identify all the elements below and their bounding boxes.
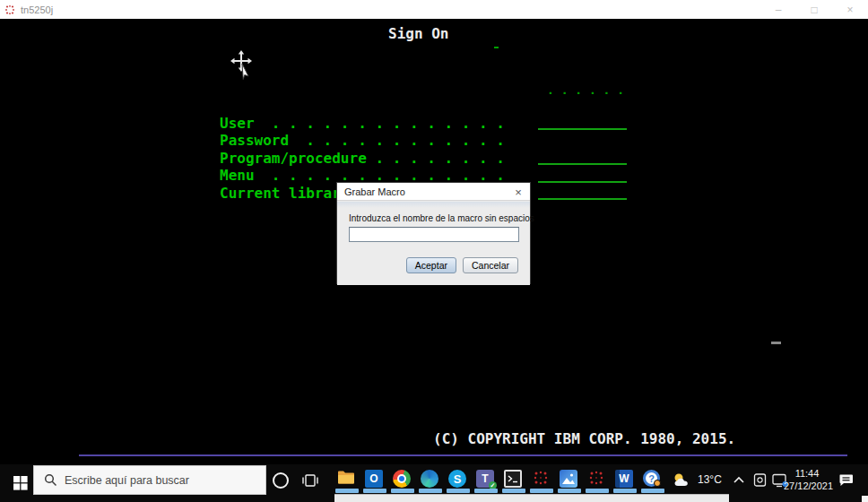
running-indicator [502,489,525,493]
close-button[interactable]: × [832,0,868,19]
help-notification-badge [654,480,661,487]
field-label-program: Program/procedure . . . . . . . . [220,151,505,166]
maximize-button[interactable]: □ [796,0,832,19]
running-indicator [613,489,637,493]
field-label-password: Password . . . . . . . . . . . . [220,134,505,148]
taskbar-app-word[interactable]: W [615,470,635,489]
action-center-icon[interactable] [838,472,855,489]
taskbar-app-terminal[interactable] [504,470,524,489]
running-indicator [586,489,609,493]
macro-name-input[interactable] [349,227,519,242]
running-indicator [335,489,359,493]
clock-date: 27/12/2021 [784,480,830,492]
taskbar-app-outlook[interactable]: O [365,470,385,489]
file-explorer-icon [337,470,355,485]
running-indicator [363,489,386,493]
signon-title: Sign On [388,27,448,41]
tray-chevron-up-icon[interactable] [733,475,745,484]
window-titlebar: tn5250j – □ × [0,0,868,19]
outlook-icon: O [365,470,383,488]
minimize-button[interactable]: – [760,0,796,19]
weather-cloud-icon [671,472,694,487]
windows-logo-icon [13,476,28,490]
photos-icon [560,470,577,488]
word-icon: W [615,470,633,488]
taskbar-app-skype[interactable]: S [448,470,468,489]
search-placeholder: Escribe aquí para buscar [65,474,189,487]
taskbar-app-edge[interactable] [421,470,440,489]
dialog-titlebar[interactable]: Grabar Macro × [337,183,530,201]
taskbar-app-teams[interactable]: T ✓ [476,470,496,489]
screen: tn5250j – □ × Sign On . . . . . . User .… [0,0,868,502]
dialog-close-icon[interactable]: × [510,183,526,201]
dialog-message: Introduzca el nombre de la macro sin esp… [349,213,534,223]
corner-sliver [862,496,868,502]
grabar-macro-dialog: Grabar Macro × Introduzca el nombre de l… [336,182,531,284]
help-icon: ? [643,470,660,487]
copyright-line: (C) COPYRIGHT IBM CORP. 1980, 2015. [433,432,735,446]
input-field-menu[interactable] [538,181,627,183]
background-window-sliver [334,494,729,502]
aceptar-button[interactable]: Aceptar [406,257,456,273]
tn5250j-icon [587,470,605,488]
start-button[interactable] [7,468,34,498]
tn5250j-app-icon [4,4,15,15]
task-view-icon[interactable] [300,471,320,490]
running-indicator [474,489,498,493]
field-label-menu: Menu . . . . . . . . . . . . . . [220,169,505,183]
cancelar-button[interactable]: Cancelar [463,257,518,273]
input-field-library[interactable] [538,198,627,200]
input-field-program[interactable] [538,163,627,165]
taskbar-app-tn5250j-2[interactable] [587,470,607,489]
clock-time: 11:44 [784,467,830,480]
taskbar-search-input[interactable]: Escribe aquí para buscar [33,465,266,495]
running-indicator [530,489,553,493]
terminal-artifact-dash [494,47,499,48]
terminal-dots-row: . . . . . . [547,83,624,98]
weather-temp: 13°C [698,473,722,486]
taskbar-app-get-help[interactable]: ? [643,470,663,489]
cortana-icon[interactable] [273,472,289,489]
edge-icon [421,470,438,488]
status-separator-line [79,454,847,456]
search-icon [44,473,57,487]
input-field-user[interactable] [538,128,627,130]
window-title: tn5250j [21,4,53,15]
dialog-body: Introduzca el nombre de la macro sin esp… [337,202,530,285]
taskbar-clock[interactable]: 11:44 27/12/2021 [784,467,830,492]
dialog-title: Grabar Macro [344,186,405,197]
field-label-user: User . . . . . . . . . . . . . . [220,117,505,131]
tn5250j-icon [532,470,550,488]
taskbar-app-chrome[interactable] [393,470,412,489]
taskbar-app-file-explorer[interactable] [337,470,357,489]
teams-icon: T ✓ [476,470,494,488]
running-indicator [447,489,470,493]
chrome-icon [393,470,411,488]
running-indicator [641,489,664,493]
move-cursor [230,50,255,81]
weather-widget[interactable]: 13°C [671,472,722,487]
skype-icon: S [448,470,466,488]
taskbar-app-tn5250j[interactable] [532,470,551,489]
running-indicator [391,489,414,493]
running-indicator [558,489,581,493]
terminal-icon [504,470,522,488]
running-indicator [419,489,442,493]
taskbar-app-photos[interactable] [560,470,579,489]
terminal-cursor-dash [771,342,781,344]
phone-link-tray-icon[interactable] [752,472,768,488]
